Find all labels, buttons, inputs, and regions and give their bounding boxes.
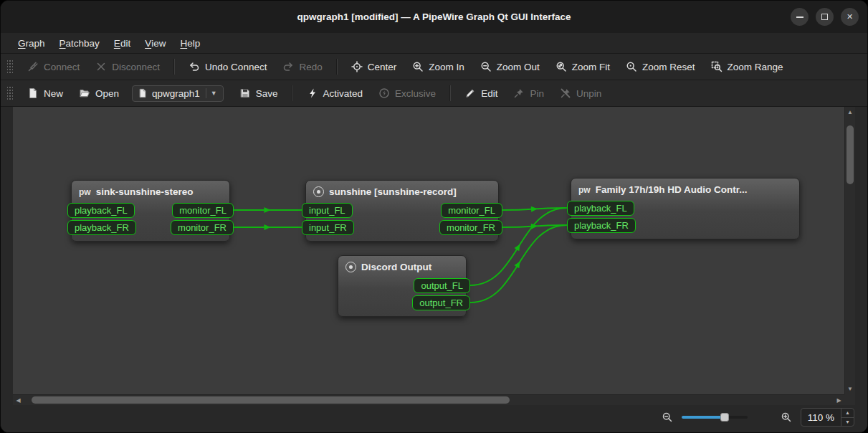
- horizontal-scroll-track[interactable]: [24, 395, 834, 405]
- connections-layer: [13, 107, 844, 394]
- port-output_FL[interactable]: output_FL: [414, 278, 470, 293]
- new-label: New: [44, 88, 63, 99]
- port-input_FR[interactable]: input_FR: [302, 220, 354, 235]
- center-label: Center: [368, 62, 397, 72]
- center-icon: [351, 61, 363, 72]
- port-playback_FL[interactable]: playback_FL: [67, 203, 135, 218]
- minimize-button[interactable]: [791, 8, 809, 26]
- menu-view-key: V: [145, 38, 151, 49]
- scroll-right-icon[interactable]: ▶: [834, 395, 844, 405]
- connection-edge[interactable]: [502, 208, 567, 210]
- exclusive-button[interactable]: Exclusive: [371, 84, 443, 103]
- pin-icon: [513, 87, 525, 99]
- connection-edge[interactable]: [502, 225, 567, 227]
- menu-help-key: H: [180, 38, 187, 49]
- graph-node-sunshine[interactable]: sunshine [sunshine-record]input_FLmonito…: [305, 180, 499, 242]
- menu-edit[interactable]: Edit: [107, 33, 138, 53]
- activated-button[interactable]: Activated: [300, 84, 371, 103]
- horizontal-scroll-thumb[interactable]: [32, 396, 510, 404]
- port-playback_FL[interactable]: playback_FL: [567, 201, 634, 216]
- open-folder-icon: [79, 87, 90, 99]
- unpin-icon: [560, 87, 571, 99]
- toolbar-separator: [292, 85, 293, 101]
- titlebar[interactable]: qpwgraph1 [modified] — A PipeWire Graph …: [1, 1, 867, 33]
- status-zoom-in-icon[interactable]: [781, 411, 792, 423]
- port-monitor_FR[interactable]: monitor_FR: [439, 220, 502, 235]
- port-monitor_FL[interactable]: monitor_FL: [172, 203, 234, 218]
- new-button[interactable]: New: [20, 84, 70, 103]
- node-title: sunshine [sunshine-record]: [329, 186, 457, 197]
- spin-down-icon[interactable]: ▼: [841, 418, 854, 427]
- port-input_FL[interactable]: input_FL: [302, 203, 353, 218]
- vertical-scrollbar[interactable]: ▲ ▼: [844, 107, 855, 394]
- scroll-down-icon[interactable]: ▼: [845, 384, 855, 394]
- toolbar-separator: [336, 59, 338, 75]
- port-playback_FR[interactable]: playback_FR: [567, 218, 636, 233]
- connect-button[interactable]: Connect: [20, 57, 87, 76]
- open-button[interactable]: Open: [72, 84, 126, 103]
- zoom-fit-icon: [555, 61, 567, 72]
- vertical-scroll-thumb[interactable]: [846, 125, 854, 184]
- patchbay-selector[interactable]: qpwgraph1 ▼: [132, 85, 224, 102]
- zoom-spinbox[interactable]: 110 % ▲ ▼: [801, 408, 854, 427]
- zoom-slider-track[interactable]: [682, 416, 748, 419]
- port-monitor_FL[interactable]: monitor_FL: [441, 203, 502, 218]
- unpin-button[interactable]: Unpin: [553, 84, 609, 103]
- undo-connect-button[interactable]: Undo Connect: [181, 57, 274, 76]
- redo-label: Redo: [299, 62, 322, 72]
- toolbar-patchbay: New Open qpwgraph1 ▼ Save Activated Excl…: [1, 80, 867, 107]
- vertical-scroll-track[interactable]: [845, 118, 855, 384]
- maximize-button[interactable]: [816, 8, 834, 26]
- activated-label: Activated: [323, 88, 363, 99]
- menu-patchbay[interactable]: Patchbay: [52, 33, 107, 53]
- zoom-reset-button[interactable]: Zoom Reset: [619, 57, 702, 76]
- zoom-range-button[interactable]: Zoom Range: [704, 57, 791, 76]
- port-output_FR[interactable]: output_FR: [412, 295, 470, 310]
- zoom-slider-fill: [682, 416, 725, 419]
- menu-help[interactable]: Help: [173, 33, 207, 53]
- connection-arrow: [514, 242, 523, 251]
- center-button[interactable]: Center: [344, 57, 404, 76]
- zoom-slider-handle[interactable]: [720, 413, 729, 422]
- zoom-in-button[interactable]: Zoom In: [405, 57, 472, 76]
- graph-canvas[interactable]: pwsink-sunshine-stereoplayback_FLmonitor…: [13, 107, 844, 394]
- app-window: qpwgraph1 [modified] — A PipeWire Graph …: [0, 0, 868, 433]
- spin-up-icon[interactable]: ▲: [841, 409, 854, 418]
- canvas-area: pwsink-sunshine-stereoplayback_FLmonitor…: [13, 107, 855, 405]
- record-icon: [345, 262, 356, 272]
- zoom-slider[interactable]: [682, 411, 748, 424]
- pin-button[interactable]: Pin: [506, 84, 551, 103]
- zoom-range-icon: [711, 61, 722, 72]
- zoom-in-icon: [412, 61, 424, 72]
- edit-label: Edit: [481, 88, 497, 99]
- pipewire-icon: pw: [578, 185, 591, 195]
- port-playback_FR[interactable]: playback_FR: [67, 220, 136, 235]
- toolbar-drag-handle[interactable]: [7, 86, 13, 100]
- disconnect-button[interactable]: Disconnect: [88, 57, 167, 76]
- menu-edit-key: E: [114, 38, 120, 49]
- port-monitor_FR[interactable]: monitor_FR: [171, 220, 234, 235]
- redo-button[interactable]: Redo: [275, 57, 329, 76]
- edit-button[interactable]: Edit: [457, 84, 505, 103]
- zoom-fit-button[interactable]: Zoom Fit: [548, 57, 617, 76]
- horizontal-scrollbar[interactable]: ◀ ▶: [13, 394, 844, 405]
- save-button[interactable]: Save: [232, 84, 285, 103]
- menu-graph[interactable]: Graph: [11, 33, 52, 53]
- close-button[interactable]: ✕: [841, 8, 859, 26]
- zoom-reset-label: Zoom Reset: [642, 62, 695, 72]
- graph-node-sink[interactable]: pwsink-sunshine-stereoplayback_FLmonitor…: [71, 180, 230, 242]
- zoom-out-button[interactable]: Zoom Out: [473, 57, 547, 76]
- window-title: qpwgraph1 [modified] — A PipeWire Graph …: [297, 11, 571, 22]
- graph-node-family[interactable]: pwFamily 17h/19h HD Audio Contr...playba…: [571, 178, 800, 239]
- status-zoom-out-icon[interactable]: [662, 411, 673, 423]
- connection-arrow: [531, 223, 538, 229]
- scroll-left-icon[interactable]: ◀: [13, 395, 24, 405]
- new-file-icon: [27, 87, 39, 99]
- toolbar-separator: [449, 85, 451, 101]
- edit-pencil-icon: [464, 87, 476, 99]
- scroll-up-icon[interactable]: ▲: [845, 107, 855, 118]
- graph-node-discord[interactable]: Discord Outputoutput_FLoutput_FR: [338, 255, 467, 317]
- menu-view[interactable]: View: [138, 33, 173, 53]
- toolbar-drag-handle[interactable]: [7, 60, 13, 74]
- zoom-reset-icon: [626, 61, 637, 72]
